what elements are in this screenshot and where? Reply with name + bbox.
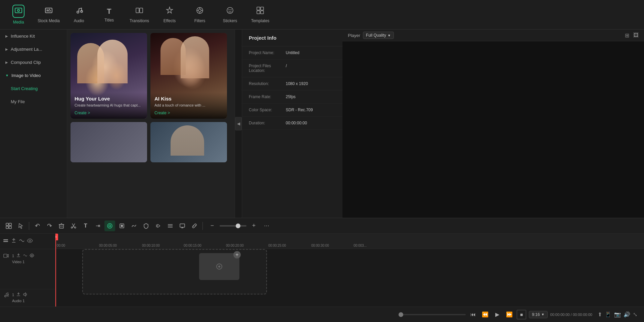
track-controls-top [0, 234, 55, 249]
nav-item-audio[interactable]: Audio [64, 1, 94, 28]
sidebar-item-image-to-video[interactable]: ▼ Image to Video [0, 69, 67, 82]
partial1-bg [71, 122, 147, 162]
playback-progress-bar[interactable] [399, 314, 466, 315]
forward-btn[interactable]: ⇥ [92, 220, 103, 231]
shield-btn[interactable] [141, 220, 151, 231]
nav-item-media[interactable]: Media [3, 1, 34, 28]
export-icon-3[interactable]: 📷 [614, 311, 621, 318]
transform-btn[interactable] [117, 220, 127, 231]
nav-label-audio: Audio [74, 18, 84, 23]
quality-dropdown[interactable]: Full Quality ▼ [363, 32, 394, 39]
sidebar-item-adjustment-layer[interactable]: ▶ Adjustment La... [0, 43, 67, 56]
export-track-btn[interactable] [11, 238, 17, 245]
speed-dropdown[interactable]: 9:16 ▼ [529, 311, 547, 318]
speed-chevron-icon: ▼ [541, 313, 545, 316]
value-project-name: Untitled [286, 50, 300, 55]
link-btn[interactable] [189, 220, 200, 231]
collapse-sidebar-btn[interactable]: ◀ [235, 117, 242, 130]
hug-person2 [97, 40, 128, 83]
audio1-volume-icon[interactable] [23, 292, 28, 297]
video1-eye-icon[interactable] [30, 253, 34, 258]
hug-card-desc: Create heartwarming AI hugs that capt... [75, 103, 143, 108]
audio-mix-btn[interactable] [19, 238, 25, 245]
delete-btn[interactable] [56, 220, 67, 231]
export-icon-2[interactable]: 📱 [605, 311, 611, 318]
project-info-header: Project Info [242, 30, 342, 46]
top-navigation: Media Stock Media Audio [0, 0, 644, 30]
ruler-mark-0: 00:00 [57, 244, 65, 247]
audio-track-icon [3, 292, 9, 298]
sidebar-item-compound-clip[interactable]: ▶ Compound Clip [0, 56, 67, 69]
zoom-in-btn[interactable]: + [248, 220, 259, 231]
zoom-controls: − + ⋯ [207, 220, 272, 231]
nav-item-effects[interactable]: Effects [154, 1, 185, 28]
record-btn[interactable] [153, 220, 164, 231]
add-media-btn[interactable]: + [233, 251, 241, 258]
audio-track-btn[interactable] [129, 220, 139, 231]
nav-item-stock-media[interactable]: Stock Media [34, 1, 64, 28]
nav-item-transitions[interactable]: Transitions [124, 1, 154, 28]
svg-point-14 [229, 9, 230, 10]
zoom-slider[interactable] [220, 225, 246, 227]
playback-thumb [399, 312, 403, 317]
export-icon-4[interactable]: 🔊 [624, 311, 630, 318]
text-btn[interactable]: T [80, 220, 91, 231]
undo-btn[interactable]: ↶ [32, 220, 43, 231]
nav-item-titles[interactable]: T Titles [94, 1, 124, 28]
player-controls-bar: ⏮ ⏪ ▶ ⏩ ■ 9:16 ▼ 00:00:00:00 / 00:00:00:… [0, 307, 644, 322]
svg-rect-2 [45, 8, 52, 13]
play-btn[interactable]: ▶ [493, 310, 502, 319]
ruler-mark-4: 00:00:20:00 [226, 244, 244, 247]
sidebar-label-compound-clip: Compound Clip [11, 60, 41, 65]
kiss-card-create-btn[interactable]: Create > [154, 111, 223, 115]
sidebar-label-influence-kit: Influence Kit [11, 34, 35, 39]
arrow-icon-adjustment: ▶ [5, 47, 8, 51]
svg-point-44 [29, 240, 31, 241]
cut-btn[interactable] [68, 220, 79, 231]
sidebar-label-my-file: My File [11, 99, 25, 104]
monitor-btn[interactable] [177, 220, 188, 231]
nav-item-templates[interactable]: Templates [245, 1, 275, 28]
eye-btn[interactable] [27, 238, 33, 245]
kiss-card-overlay: AI Kiss Add a touch of romance with ... … [150, 92, 227, 119]
drop-zone[interactable]: + [82, 249, 267, 294]
video1-audio-icon[interactable] [23, 253, 28, 258]
zoom-out-btn[interactable]: − [207, 220, 218, 231]
sidebar-item-my-file[interactable]: My File [0, 95, 67, 108]
list-btn[interactable] [165, 220, 176, 231]
sidebar-label-start-creating: Start Creating [11, 86, 38, 91]
nav-item-filters[interactable]: Filters [185, 1, 215, 28]
export-icon-1[interactable]: ⬆ [598, 311, 602, 318]
step-forward-btn[interactable]: ⏩ [505, 310, 514, 319]
audio1-export-icon[interactable] [16, 292, 21, 297]
stop-btn[interactable]: ■ [517, 310, 526, 319]
rewind-btn[interactable]: ⏮ [468, 310, 478, 319]
more-options-btn[interactable]: ⋯ [261, 220, 272, 231]
svg-rect-23 [9, 226, 11, 229]
value-files-location: / [286, 64, 287, 73]
step-back-btn[interactable]: ⏪ [480, 310, 490, 319]
snap-btn[interactable] [104, 220, 115, 231]
select-tool-btn[interactable] [15, 220, 26, 231]
timeline-section: ↶ ↷ T ⇥ [0, 218, 644, 322]
nav-label-transitions: Transitions [130, 18, 149, 23]
export-icon-5[interactable]: ⤡ [633, 311, 637, 318]
media-section: ▶ Influence Kit ▶ Adjustment La... ▶ Com… [0, 30, 242, 218]
timeline-right[interactable]: 00:00 00:00:05:00 00:00:10:00 00:00:15:0… [55, 234, 644, 307]
nav-label-media: Media [13, 20, 24, 25]
add-track-btn[interactable] [3, 238, 9, 245]
sidebar-item-start-creating[interactable]: Start Creating [0, 82, 67, 95]
scene-view-btn[interactable] [3, 220, 14, 231]
middle-section: ▶ Influence Kit ▶ Adjustment La... ▶ Com… [0, 30, 644, 218]
zoom-thumb [236, 224, 240, 228]
player-label: Player [348, 33, 360, 38]
image-view-icon[interactable]: 🖼 [633, 32, 639, 39]
info-row-location: Project Files Location: / [242, 59, 342, 77]
grid-view-icon[interactable]: ⊞ [625, 32, 629, 39]
video1-export-icon[interactable] [16, 253, 21, 258]
hug-card-create-btn[interactable]: Create > [75, 111, 143, 115]
sidebar-item-influence-kit[interactable]: ▶ Influence Kit [0, 30, 67, 43]
value-frame-rate: 25fps [286, 94, 295, 99]
nav-item-stickers[interactable]: Stickers [215, 1, 245, 28]
redo-btn[interactable]: ↷ [44, 220, 55, 231]
